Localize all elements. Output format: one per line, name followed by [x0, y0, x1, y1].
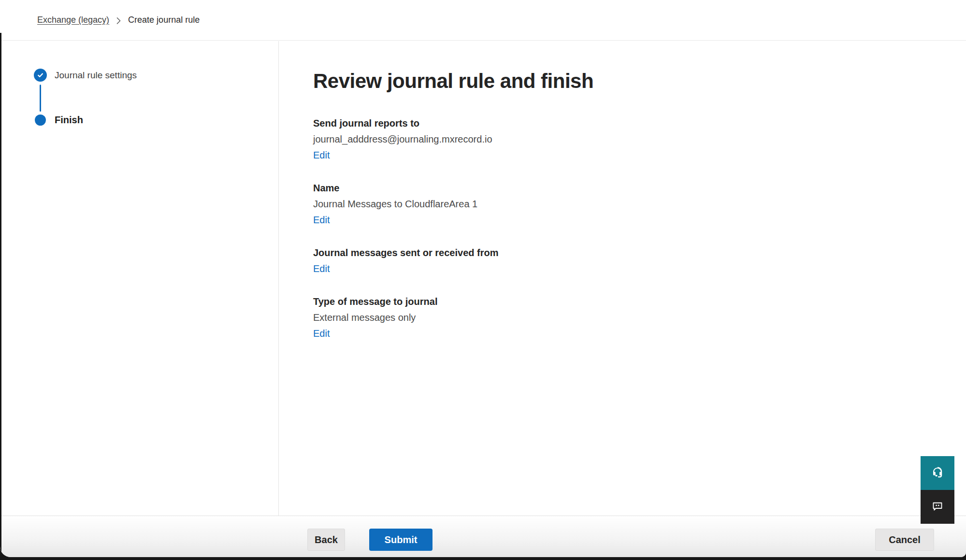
section-send-journal-reports-to: Send journal reports to journal_adddress… [313, 115, 966, 163]
chat-icon [930, 499, 945, 515]
main-row: Journal rule settings Finish Review jour… [0, 41, 966, 516]
page-title: Review journal rule and finish [313, 70, 966, 93]
help-support-button[interactable] [921, 456, 954, 490]
section-type-of-message: Type of message to journal External mess… [313, 294, 966, 342]
review-content: Review journal rule and finish Send jour… [279, 41, 966, 516]
breadcrumb: Exchange (legacy) Create journal rule [37, 15, 200, 25]
footer-action-bar: Back Submit Cancel [0, 516, 966, 557]
stepper-connector-line [40, 85, 41, 112]
stepper-step-label: Journal rule settings [55, 70, 137, 81]
section-label: Send journal reports to [313, 115, 966, 131]
back-button[interactable]: Back [307, 529, 345, 551]
section-value: External messages only [313, 310, 966, 326]
filled-dot-icon [35, 115, 46, 126]
submit-button[interactable]: Submit [369, 529, 433, 551]
section-value: Journal Messages to CloudflareArea 1 [313, 196, 966, 212]
edit-type-of-message-link[interactable]: Edit [313, 326, 330, 342]
edit-send-journal-reports-link[interactable]: Edit [313, 147, 330, 163]
stepper-step-label: Finish [55, 115, 83, 126]
section-value: journal_adddress@journaling.mxrecord.io [313, 131, 966, 147]
section-label: Name [313, 180, 966, 196]
top-bar: Exchange (legacy) Create journal rule [0, 0, 966, 41]
breadcrumb-exchange-legacy[interactable]: Exchange (legacy) [37, 15, 109, 25]
edit-journal-messages-link[interactable]: Edit [313, 261, 330, 277]
section-name: Name Journal Messages to CloudflareArea … [313, 180, 966, 228]
headset-icon [930, 465, 945, 481]
section-label: Journal messages sent or received from [313, 245, 966, 261]
cancel-button[interactable]: Cancel [875, 529, 934, 551]
app-window: Exchange (legacy) Create journal rule Jo… [0, 0, 966, 557]
wizard-stepper-panel: Journal rule settings Finish [0, 41, 279, 516]
feedback-button[interactable] [921, 490, 954, 524]
stepper-step-finish: Finish [34, 115, 278, 126]
section-journal-messages-from: Journal messages sent or received from E… [313, 245, 966, 277]
edit-name-link[interactable]: Edit [313, 212, 330, 228]
window-left-edge [0, 33, 1, 557]
check-icon [34, 69, 47, 82]
stepper-step-journal-rule-settings[interactable]: Journal rule settings [34, 69, 278, 82]
chevron-right-icon [116, 15, 121, 25]
section-label: Type of message to journal [313, 294, 966, 310]
floating-button-stack [921, 456, 954, 524]
breadcrumb-create-journal-rule: Create journal rule [128, 15, 200, 25]
